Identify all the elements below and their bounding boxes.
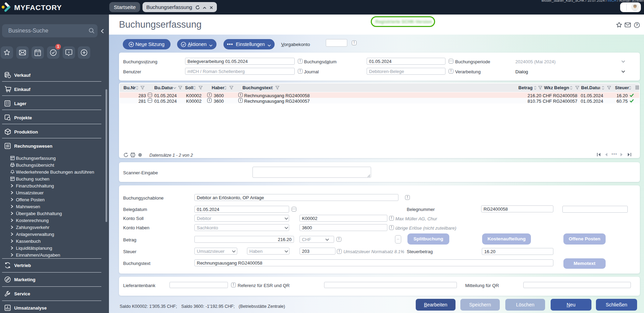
svg-text:1: 1	[37, 53, 39, 56]
svg-text:?: ?	[636, 23, 638, 27]
